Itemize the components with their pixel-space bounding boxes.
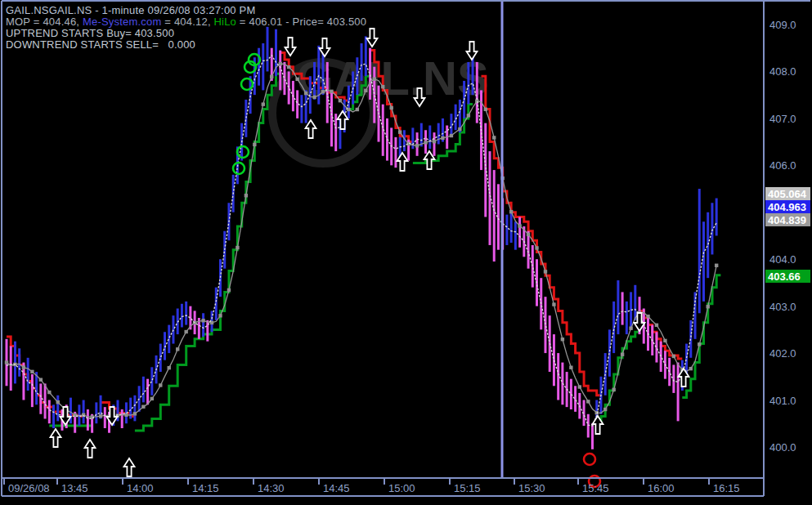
watermark-text: GAIL.NS xyxy=(296,51,488,105)
trading-chart-window: GAIL.NS409.0408.0407.0406.0404.0403.0402… xyxy=(0,0,812,505)
ma-marker xyxy=(492,136,496,139)
ma-marker xyxy=(295,78,298,81)
ma-marker xyxy=(655,324,658,327)
ma-marker xyxy=(159,383,162,387)
ma-marker xyxy=(364,89,367,92)
sell-signal-circle xyxy=(584,454,595,465)
price-axis-label[interactable]: 401.0 xyxy=(769,395,796,407)
ma-marker xyxy=(176,347,179,351)
mop-value: MOP = 404.46, xyxy=(6,16,83,28)
time-axis-label[interactable]: 16:15 xyxy=(713,482,740,494)
ma-marker xyxy=(629,327,632,330)
downtrend-signal-text: DOWNTREND STARTS SELL= 0.000 xyxy=(6,38,195,51)
price-chart[interactable]: GAIL.NS409.0408.0407.0406.0404.0403.0402… xyxy=(0,0,812,505)
ma-marker xyxy=(569,366,572,369)
indicator-readout: MOP = 404.46, Me-System.com = 404.12, Hi… xyxy=(6,16,366,28)
ma-marker xyxy=(356,108,359,111)
ma-marker xyxy=(22,365,25,369)
time-axis-label[interactable]: 13:45 xyxy=(61,482,88,494)
downtrend-arrow-icon xyxy=(285,38,296,56)
ma-marker xyxy=(484,108,487,111)
hilo-label: HiLo xyxy=(214,16,237,28)
price-axis-label[interactable]: 406.0 xyxy=(769,159,796,172)
ma-marker xyxy=(330,90,333,93)
time-axis-label[interactable]: 14:45 xyxy=(323,482,350,494)
ma-marker xyxy=(56,400,60,404)
ma-marker xyxy=(689,367,693,370)
ma-marker xyxy=(527,233,530,236)
time-axis-label[interactable]: 15:15 xyxy=(454,482,481,494)
ma-marker xyxy=(201,319,204,322)
ma-marker xyxy=(339,99,342,102)
ma-marker xyxy=(518,224,521,227)
time-axis-label[interactable]: 15:45 xyxy=(582,482,609,494)
ma-marker xyxy=(663,339,666,342)
price-tag-value: 404.963 xyxy=(768,201,806,213)
ma-marker xyxy=(304,92,307,95)
ma-marker xyxy=(39,378,43,381)
ma-marker xyxy=(218,314,222,317)
ma-marker xyxy=(398,131,402,134)
ma-marker xyxy=(244,194,248,197)
time-axis-label[interactable]: 16:00 xyxy=(648,482,675,494)
ma-marker xyxy=(433,140,436,143)
time-axis-label[interactable]: 14:00 xyxy=(127,482,154,494)
ma-marker xyxy=(612,388,615,391)
price-axis-label[interactable]: 400.0 xyxy=(769,441,796,454)
ma-marker xyxy=(262,102,265,105)
uptrend-arrow-icon xyxy=(124,458,135,476)
ma-marker xyxy=(47,391,51,394)
buy-signal-circle xyxy=(233,163,244,174)
price-axis-label[interactable]: 407.0 xyxy=(769,113,796,125)
ma-marker xyxy=(424,141,427,144)
ma-marker xyxy=(458,127,461,131)
hilo-price-value: = 406.01 - Price= 403.500 xyxy=(236,16,366,28)
price-axis-label[interactable]: 402.0 xyxy=(769,347,796,360)
ma-marker xyxy=(168,366,171,369)
uptrend-stop-line xyxy=(597,332,639,423)
ma-marker xyxy=(124,413,128,417)
ma-marker xyxy=(373,77,376,80)
ma-marker xyxy=(698,342,701,346)
ma-marker xyxy=(321,90,325,93)
price-tag-value: 404.839 xyxy=(768,214,806,226)
ma-marker xyxy=(141,405,145,409)
price-axis-label[interactable]: 404.0 xyxy=(769,253,796,266)
uptrend-arrow-icon xyxy=(51,429,61,447)
price-axis-label[interactable]: 403.0 xyxy=(769,301,796,313)
ma-marker xyxy=(270,75,273,78)
ma-marker xyxy=(707,305,710,308)
ma-marker xyxy=(184,330,187,333)
ma-marker xyxy=(586,400,590,403)
ma-marker xyxy=(381,85,384,88)
ma-marker xyxy=(5,360,8,364)
ma-marker xyxy=(415,144,419,147)
ma-marker xyxy=(236,246,239,249)
ma-marker xyxy=(672,355,675,358)
price-axis-label[interactable]: 408.0 xyxy=(769,65,796,78)
time-axis-label[interactable]: 15:30 xyxy=(518,482,545,494)
ma-marker xyxy=(227,288,231,292)
me-system-label: Me-System.com xyxy=(83,16,164,28)
ma-marker xyxy=(287,65,290,69)
me-system-value: = 404.12, xyxy=(164,16,213,28)
ma-marker xyxy=(450,134,453,137)
time-axis-label[interactable]: 14:30 xyxy=(258,482,285,494)
ma-marker xyxy=(150,397,154,400)
time-axis-label[interactable]: 15:00 xyxy=(388,482,415,494)
ma-marker xyxy=(621,353,624,356)
ma-marker xyxy=(646,315,649,318)
ma-marker xyxy=(441,136,444,140)
time-axis-label[interactable]: 09/26/08 xyxy=(8,482,50,494)
price-tag-value: 403.66 xyxy=(768,270,801,283)
price-axis-label[interactable]: 409.0 xyxy=(769,19,796,31)
ma-marker xyxy=(544,270,547,273)
ma-marker xyxy=(552,302,555,306)
ma-marker xyxy=(561,337,564,341)
ma-marker xyxy=(30,370,34,373)
ma-marker xyxy=(390,106,393,109)
ma-marker xyxy=(715,264,718,267)
time-axis-label[interactable]: 14:15 xyxy=(192,482,219,494)
price-tag-value: 405.064 xyxy=(768,188,807,200)
ma-marker xyxy=(312,96,316,99)
